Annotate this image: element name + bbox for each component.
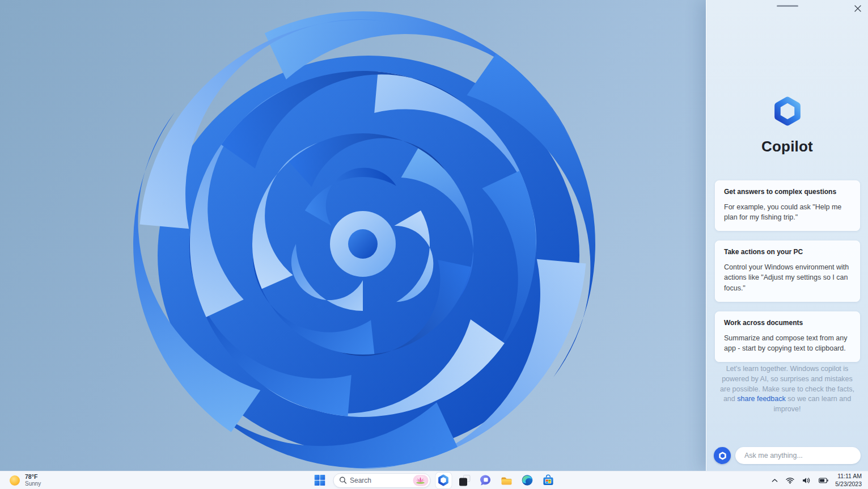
card-body: For example, you could ask "Help me plan… [724, 202, 851, 222]
volume-button[interactable] [801, 476, 812, 485]
edge-icon [522, 474, 533, 486]
copilot-logo [772, 96, 803, 129]
search-input[interactable] [350, 477, 409, 484]
folder-icon [500, 474, 513, 487]
ask-me-anything-input[interactable] [735, 447, 861, 464]
sun-icon [9, 475, 20, 486]
copilot-icon [438, 474, 450, 486]
date-text: 5/23/2023 [835, 480, 862, 488]
store-icon [543, 474, 554, 486]
card-title: Work across documents [724, 319, 851, 327]
battery-icon [819, 478, 828, 483]
chat-icon [480, 474, 492, 486]
wifi-icon [786, 477, 794, 484]
file-explorer-button[interactable] [498, 473, 514, 488]
store-button[interactable] [540, 473, 556, 488]
bing-daily-button[interactable] [413, 475, 428, 486]
panel-title: Copilot [706, 138, 868, 155]
card-complex-questions[interactable]: Get answers to complex questions For exa… [715, 180, 860, 231]
copilot-taskbar-button[interactable] [435, 473, 451, 488]
close-icon [854, 5, 861, 12]
network-button[interactable] [785, 476, 795, 485]
taskbar: 78°F Sunny [0, 471, 868, 489]
chat-input-row [714, 447, 861, 464]
card-body: Control your Windows environment with ac… [724, 262, 851, 293]
card-take-actions[interactable]: Take actions on your PC Control your Win… [715, 241, 860, 301]
windows-logo-icon [315, 475, 325, 486]
task-view-icon [458, 474, 471, 487]
task-view-button[interactable] [456, 473, 472, 488]
card-work-documents[interactable]: Work across documents Summarize and comp… [715, 311, 860, 362]
copilot-avatar-button[interactable] [714, 447, 731, 464]
card-title: Take actions on your PC [724, 248, 851, 256]
system-tray: 11:11 AM 5/23/2023 [770, 471, 866, 489]
time-text: 11:11 AM [835, 473, 862, 480]
chat-button[interactable] [477, 473, 493, 488]
bloom-graphic [0, 0, 706, 471]
weather-widget[interactable]: 78°F Sunny [5, 471, 45, 489]
disclaimer-text: so we can learn and improve! [774, 395, 852, 413]
card-body: Summarize and compose text from any app … [724, 333, 851, 353]
start-button[interactable] [312, 473, 328, 488]
taskbar-center [312, 471, 556, 489]
weather-condition: Sunny [25, 480, 41, 487]
clock[interactable]: 11:11 AM 5/23/2023 [835, 473, 862, 487]
search-box[interactable] [333, 473, 430, 488]
drag-handle[interactable] [777, 5, 798, 7]
chevron-up-icon [772, 478, 778, 483]
close-button[interactable] [852, 2, 864, 15]
copilot-icon [718, 452, 727, 460]
lotus-flower-icon [416, 477, 426, 484]
share-feedback-link[interactable]: share feedback [737, 395, 785, 403]
edge-button[interactable] [519, 473, 535, 488]
suggestion-cards: Get answers to complex questions For exa… [715, 180, 860, 362]
battery-button[interactable] [818, 477, 829, 484]
volume-icon [802, 477, 811, 484]
copilot-panel: Copilot Get answers to complex questions… [706, 0, 868, 471]
search-icon [339, 477, 346, 484]
tray-overflow-button[interactable] [770, 477, 779, 484]
ai-disclaimer: Let's learn together. Windows copilot is… [718, 364, 856, 415]
weather-temp: 78°F [25, 473, 41, 480]
card-title: Get answers to complex questions [724, 188, 851, 196]
